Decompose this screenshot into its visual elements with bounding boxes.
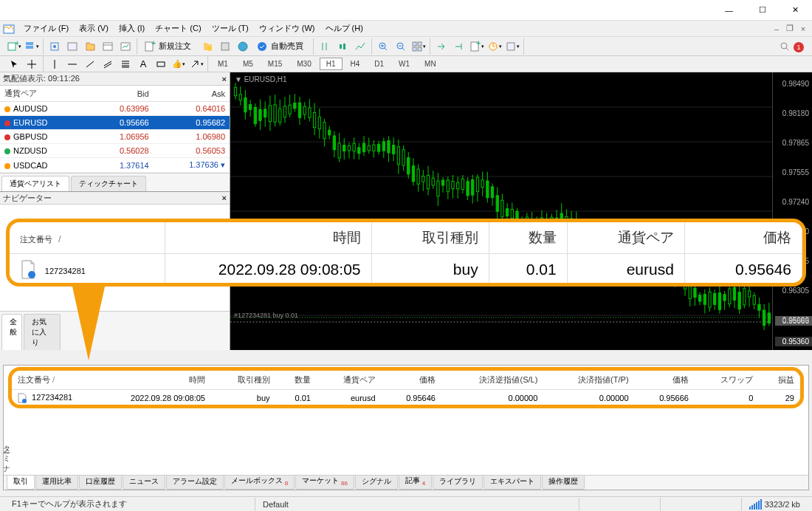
terminal-tab[interactable]: 記事 4 (399, 475, 432, 490)
bar-chart-button[interactable] (317, 38, 333, 55)
timeframe-m15[interactable]: M15 (261, 58, 289, 70)
terminal-button[interactable] (100, 38, 116, 55)
chart-shift-button[interactable] (451, 38, 467, 55)
terminal-row[interactable]: 127234281 2022.09.28 09:08:05 buy 0.01 e… (12, 390, 800, 407)
timeframe-d1[interactable]: D1 (368, 58, 390, 70)
menu-help[interactable]: ヘルプ (H) (321, 21, 368, 35)
mw-row-usdcad[interactable]: USDCAD1.376141.37636 ▾ (0, 158, 230, 173)
options-button[interactable] (217, 38, 233, 55)
strategy-tester-button[interactable] (117, 38, 134, 55)
market-watch-button[interactable] (47, 38, 63, 55)
window-minimize-button[interactable]: — (712, 0, 746, 21)
fibo-tool[interactable] (117, 56, 134, 72)
terminal-tab[interactable]: ライブラリ (433, 475, 483, 490)
cursor-tool[interactable] (6, 56, 22, 72)
nav-tab-all[interactable]: 全般 (1, 314, 22, 350)
menu-chart[interactable]: チャート (C) (151, 21, 205, 35)
th-time[interactable]: 時間 (100, 371, 211, 390)
mw-col-bid[interactable]: Bid (89, 86, 154, 102)
terminal-tab[interactable]: アラーム設定 (166, 475, 224, 490)
new-order-button[interactable]: + 新規注文 (140, 38, 198, 55)
zoom-out-button[interactable] (393, 38, 409, 55)
th-price2[interactable]: 価格 (635, 371, 695, 390)
menu-file[interactable]: ファイル (F) (19, 21, 73, 35)
timeframe-h1[interactable]: H1 (320, 58, 343, 70)
terminal-tab[interactable]: シグナル (355, 475, 398, 490)
timeframe-h4[interactable]: H4 (344, 58, 367, 70)
metaeditor-button[interactable] (199, 38, 216, 55)
label-tool[interactable] (153, 56, 169, 72)
search-button[interactable] (777, 38, 793, 55)
timeframe-m5[interactable]: M5 (236, 58, 260, 70)
mw-row-gbpusd[interactable]: GBPUSD1.069561.06980 (0, 130, 230, 144)
market-watch-close-icon[interactable]: × (222, 75, 227, 83)
mw-row-audusd[interactable]: AUDUSD0.639960.64016 (0, 102, 230, 116)
crosshair-tool[interactable] (24, 56, 40, 72)
profiles-button[interactable]: ▾ (24, 38, 40, 55)
th-type[interactable]: 取引種別 (211, 371, 276, 390)
chart-area[interactable]: ▼ EURUSD,H1 #127234281 buy 0.01 0.95666 … (230, 72, 812, 350)
mdi-close-button[interactable]: × (797, 24, 809, 34)
menu-insert[interactable]: 挿入 (I) (114, 21, 149, 35)
menu-window[interactable]: ウィンドウ (W) (255, 21, 320, 35)
th-sl[interactable]: 決済逆指値(S/L) (441, 371, 543, 390)
terminal-tab[interactable]: 口座履歴 (79, 475, 122, 490)
th-order[interactable]: 注文番号 / (12, 371, 100, 390)
line-chart-button[interactable] (352, 38, 368, 55)
equidistant-tool[interactable] (100, 56, 116, 72)
trendline-tool[interactable] (82, 56, 98, 72)
menu-tool[interactable]: ツール (T) (207, 21, 253, 35)
price-tick: 0.95990 (782, 316, 809, 324)
window-close-button[interactable]: ✕ (779, 0, 812, 21)
expert-button[interactable] (235, 38, 251, 55)
terminal-tab[interactable]: 取引 (7, 475, 35, 490)
th-price[interactable]: 価格 (382, 371, 441, 390)
notifications-button[interactable]: 1 (793, 38, 809, 55)
timeframe-w1[interactable]: W1 (392, 58, 416, 70)
autotrade-button[interactable]: 自動売買 (252, 38, 310, 55)
status-connection[interactable]: 3323/2 kb (742, 498, 808, 511)
mdi-minimize-button[interactable]: – (771, 24, 782, 34)
navigator-button[interactable] (82, 38, 98, 55)
mdi-restore-button[interactable]: ❐ (784, 24, 796, 34)
periods-button[interactable]: ▾ (486, 38, 503, 55)
th-tp[interactable]: 決済指値(T/P) (543, 371, 634, 390)
th-vol[interactable]: 数量 (276, 371, 317, 390)
thumbs-tool[interactable]: 👍▾ (171, 56, 187, 72)
th-swap[interactable]: スワップ (695, 371, 760, 390)
autoscroll-button[interactable] (433, 38, 450, 55)
candle-chart-button[interactable] (334, 38, 351, 55)
nav-tab-fav[interactable]: お気に入り (24, 314, 61, 350)
svg-rect-162 (486, 181, 489, 198)
window-maximize-button[interactable]: ☐ (746, 0, 779, 21)
mw-col-symbol[interactable]: 通貨ペア (0, 86, 89, 102)
templates-button[interactable]: ▾ (504, 38, 520, 55)
th-symbol[interactable]: 通貨ペア (317, 371, 382, 390)
th-profit[interactable]: 損益 (759, 371, 800, 390)
data-window-button[interactable] (64, 38, 80, 55)
terminal-tab[interactable]: 操作履歴 (542, 475, 585, 490)
timeframe-m1[interactable]: M1 (211, 58, 235, 70)
indicators-button[interactable]: +▾ (469, 38, 485, 55)
zoom-in-button[interactable] (375, 38, 391, 55)
navigator-close-icon[interactable]: × (222, 193, 227, 202)
terminal-tab[interactable]: メールボックス 8 (224, 475, 295, 490)
mw-row-nzdusd[interactable]: NZDUSD0.560280.56053 (0, 144, 230, 158)
mw-col-ask[interactable]: Ask (154, 86, 230, 102)
mw-row-eurusd[interactable]: EURUSD0.956660.95682 (0, 116, 230, 130)
terminal-tab[interactable]: マーケット 86 (295, 475, 354, 490)
terminal-tab[interactable]: ニュース (123, 475, 165, 490)
vline-tool[interactable] (47, 56, 63, 72)
new-chart-button[interactable]: +▾ (6, 38, 22, 55)
arrows-tool[interactable]: ▾ (188, 56, 204, 72)
mw-tab-tick[interactable]: ティックチャート (71, 176, 146, 191)
menu-view[interactable]: 表示 (V) (75, 21, 113, 35)
hline-tool[interactable] (64, 56, 80, 72)
tile-windows-button[interactable]: ▾ (410, 38, 427, 55)
mw-tab-list[interactable]: 通貨ペアリスト (1, 176, 69, 191)
timeframe-mn[interactable]: MN (418, 58, 443, 70)
terminal-tab[interactable]: エキスパート (484, 475, 541, 490)
text-tool[interactable]: A (135, 56, 151, 72)
terminal-tab[interactable]: 運用比率 (35, 475, 78, 490)
timeframe-m30[interactable]: M30 (290, 58, 317, 70)
